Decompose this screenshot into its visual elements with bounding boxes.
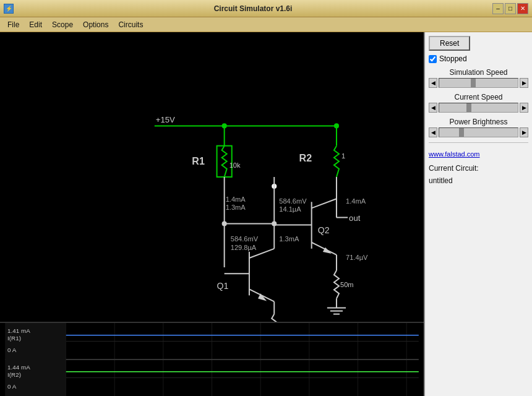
power-brightness-left-arrow[interactable]: ◀ — [429, 127, 437, 137]
circuit-area: toggle switch on Q1-C +15V — [0, 32, 424, 396]
title-icon: ⚡ — [4, 4, 14, 14]
menu-edit[interactable]: Edit — [24, 19, 47, 30]
svg-text:584.6mV: 584.6mV — [279, 197, 307, 205]
titlebar: ⚡ Circuit Simulator v1.6i – □ ✕ — [0, 0, 532, 17]
right-panel: Reset Stopped Simulation Speed ◀ ▶ Curre… — [424, 32, 532, 396]
svg-text:+15V: +15V — [156, 115, 175, 124]
circuit-svg: +15V R1 10k — [0, 32, 424, 322]
svg-text:0 A: 0 A — [7, 383, 17, 390]
svg-text:R2: R2 — [299, 152, 312, 163]
svg-text:1.3mA: 1.3mA — [226, 204, 246, 211]
current-speed-left-arrow[interactable]: ◀ — [429, 103, 437, 113]
power-brightness-thumb — [459, 128, 464, 137]
menu-scope[interactable]: Scope — [47, 19, 78, 30]
current-speed-section: Current Speed ◀ ▶ — [429, 93, 528, 113]
svg-text:1.3mA: 1.3mA — [279, 235, 299, 243]
svg-text:Q2: Q2 — [318, 225, 330, 235]
menubar: File Edit Scope Options Circuits — [0, 17, 532, 32]
simulation-speed-label: Simulation Speed — [429, 68, 528, 77]
reset-button[interactable]: Reset — [429, 36, 470, 51]
svg-text:1: 1 — [341, 152, 345, 160]
current-speed-thumb — [466, 103, 471, 112]
power-brightness-section: Power Brightness ◀ ▶ — [429, 118, 528, 137]
simulation-speed-thumb — [471, 79, 476, 87]
menu-circuits[interactable]: Circuits — [113, 19, 148, 30]
title-text: Circuit Simulator v1.6i — [14, 4, 492, 13]
title-buttons: – □ ✕ — [492, 3, 528, 14]
current-speed-right-arrow[interactable]: ▶ — [520, 103, 528, 113]
svg-text:1.44 mA: 1.44 mA — [7, 364, 30, 371]
simulation-speed-right-arrow[interactable]: ▶ — [520, 78, 528, 88]
menu-file[interactable]: File — [2, 19, 24, 30]
stopped-checkbox[interactable] — [429, 55, 437, 63]
close-button[interactable]: ✕ — [517, 3, 528, 14]
svg-text:I(R2): I(R2) — [7, 371, 21, 378]
current-speed-track[interactable] — [439, 103, 518, 113]
simulation-speed-section: Simulation Speed ◀ ▶ — [429, 68, 528, 88]
svg-text:10k: 10k — [230, 161, 241, 169]
power-brightness-right-arrow[interactable]: ▶ — [520, 127, 528, 137]
power-brightness-track[interactable] — [439, 127, 518, 137]
svg-rect-0 — [0, 43, 424, 311]
menu-options[interactable]: Options — [78, 19, 113, 30]
divider — [429, 142, 528, 143]
scope-area: t = 15.61 ms — [0, 322, 424, 396]
restore-button[interactable]: □ — [505, 3, 516, 14]
power-brightness-label: Power Brightness — [429, 118, 528, 126]
svg-text:14.1µA: 14.1µA — [279, 205, 301, 213]
current-speed-slider-row: ◀ ▶ — [429, 103, 528, 113]
svg-text:out: out — [349, 213, 361, 223]
svg-text:1.4mA: 1.4mA — [226, 196, 246, 203]
svg-text:1.4mA: 1.4mA — [346, 197, 366, 205]
circuit-canvas[interactable]: toggle switch on Q1-C +15V — [0, 32, 424, 322]
current-circuit-label: Current Circuit: — [429, 164, 528, 173]
minimize-button[interactable]: – — [492, 3, 504, 14]
simulation-speed-slider-row: ◀ ▶ — [429, 78, 528, 88]
stopped-row: Stopped — [429, 54, 528, 63]
svg-text:1.41 mA: 1.41 mA — [7, 327, 30, 334]
svg-text:R1: R1 — [192, 155, 205, 166]
svg-text:Q1: Q1 — [217, 281, 229, 291]
simulation-speed-left-arrow[interactable]: ◀ — [429, 78, 437, 88]
url-link[interactable]: www.falstad.com — [429, 150, 528, 158]
svg-text:71.4µV: 71.4µV — [346, 254, 368, 261]
circuit-name: untitled — [429, 176, 528, 185]
simulation-speed-track[interactable] — [439, 78, 518, 88]
main-area: toggle switch on Q1-C +15V — [0, 32, 532, 396]
current-speed-label: Current Speed — [429, 93, 528, 101]
stopped-label: Stopped — [439, 54, 467, 63]
svg-text:50m: 50m — [340, 281, 354, 288]
svg-text:0 A: 0 A — [7, 346, 17, 353]
power-brightness-slider-row: ◀ ▶ — [429, 127, 528, 137]
svg-text:129.8µA: 129.8µA — [231, 244, 257, 251]
svg-text:584.6mV: 584.6mV — [231, 235, 259, 243]
svg-text:I(R1): I(R1) — [7, 335, 21, 342]
scope-svg: 1.41 mA I(R1) 0 A 1.44 mA I(R2) 0 A — [0, 323, 424, 396]
